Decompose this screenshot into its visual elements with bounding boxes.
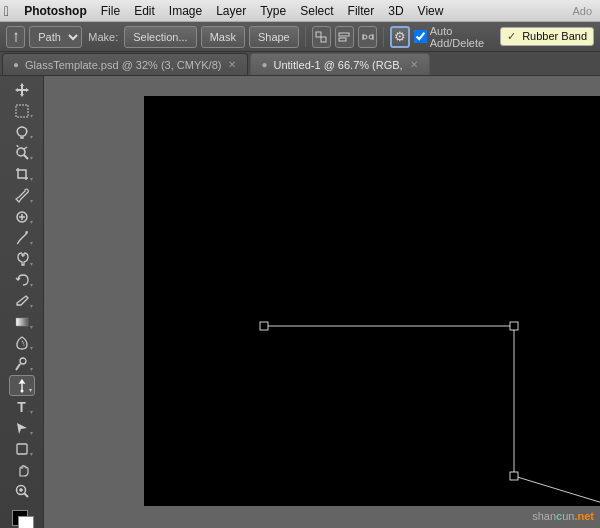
document-tabs: ● GlassTemplate.psd @ 32% (3, CMYK/8) ✕ …	[0, 52, 600, 76]
tab-untitled[interactable]: ● Untitled-1 @ 66.7% (RGB, ✕	[250, 53, 429, 75]
make-selection-button[interactable]: Selection...	[124, 26, 196, 48]
left-tool-eraser[interactable]: ▾	[9, 291, 35, 311]
left-tool-move[interactable]	[9, 80, 35, 100]
menu-3d[interactable]: 3D	[381, 2, 410, 20]
app-title-partial: Ado	[572, 5, 596, 17]
options-toolbar: Path Make: Selection... Mask Shape ⚙	[0, 22, 600, 52]
gear-settings-button[interactable]: ⚙	[390, 26, 410, 48]
tab-modified-icon: ●	[13, 59, 19, 70]
svg-rect-23	[17, 444, 27, 454]
svg-point-5	[369, 35, 373, 39]
rubber-band-tooltip: Rubber Band	[500, 27, 594, 46]
left-tool-shape[interactable]: ▾	[9, 439, 35, 459]
left-tool-type[interactable]: T ▾	[9, 397, 35, 417]
svg-rect-32	[510, 322, 518, 330]
left-toolbar: ▾ ▾ ▾ ▾	[0, 76, 44, 528]
left-tool-eyedropper[interactable]: ▾	[9, 185, 35, 205]
path-mode-select[interactable]: Path	[29, 26, 82, 48]
left-tool-brush[interactable]: ▾	[9, 228, 35, 248]
path-align-icon[interactable]	[335, 26, 354, 48]
canvas-area[interactable]: shancun.net	[44, 76, 600, 528]
svg-point-19	[20, 358, 26, 364]
svg-line-30	[514, 476, 600, 506]
svg-rect-2	[339, 33, 349, 36]
tab-glass-template[interactable]: ● GlassTemplate.psd @ 32% (3, CMYK/8) ✕	[2, 53, 248, 75]
tab-untitled-label: Untitled-1 @ 66.7% (RGB,	[274, 59, 403, 71]
left-tool-zoom[interactable]	[9, 481, 35, 501]
svg-rect-0	[316, 32, 321, 37]
left-tool-clone[interactable]: ▾	[9, 249, 35, 269]
menu-select[interactable]: Select	[293, 2, 340, 20]
pen-tool-icon[interactable]	[6, 26, 25, 48]
path-arrange-icon[interactable]	[312, 26, 331, 48]
foreground-background-colors[interactable]	[8, 506, 36, 528]
menu-image[interactable]: Image	[162, 2, 209, 20]
left-tool-blur[interactable]: ▾	[9, 333, 35, 353]
svg-point-9	[17, 148, 25, 156]
svg-rect-1	[321, 37, 326, 42]
svg-point-22	[20, 389, 23, 392]
svg-line-20	[16, 364, 20, 370]
path-distribute-icon[interactable]	[358, 26, 377, 48]
left-tool-quick-select[interactable]: ▾	[9, 143, 35, 163]
menu-filter[interactable]: Filter	[341, 2, 382, 20]
left-tool-gradient[interactable]: ▾	[9, 312, 35, 332]
svg-rect-31	[260, 322, 268, 330]
tab-modified-icon-2: ●	[261, 59, 267, 70]
left-tool-marquee[interactable]: ▾	[9, 101, 35, 121]
svg-rect-3	[339, 38, 346, 41]
apple-logo-icon[interactable]: 	[4, 3, 9, 19]
auto-add-delete-group: Auto Add/Delete	[414, 25, 496, 49]
auto-add-delete-checkbox[interactable]	[414, 30, 427, 43]
tab-close-untitled[interactable]: ✕	[409, 58, 419, 71]
left-tool-path-select[interactable]: ▾	[9, 418, 35, 438]
left-tool-pen[interactable]: ▾	[9, 375, 35, 396]
menu-file[interactable]: File	[94, 2, 127, 20]
menu-type[interactable]: Type	[253, 2, 293, 20]
left-tool-history[interactable]: ▾	[9, 270, 35, 290]
menu-view[interactable]: View	[411, 2, 451, 20]
left-tool-hand[interactable]	[9, 460, 35, 480]
menu-photoshop[interactable]: Photoshop	[17, 2, 94, 20]
watermark: shancun.net	[532, 510, 594, 522]
left-tool-lasso[interactable]: ▾	[9, 122, 35, 142]
svg-line-11	[24, 147, 27, 149]
left-tool-crop[interactable]: ▾	[9, 164, 35, 184]
toolbar-separator-2	[383, 27, 384, 47]
make-label: Make:	[88, 31, 118, 43]
document-canvas[interactable]	[144, 96, 600, 506]
svg-rect-18	[16, 318, 28, 326]
auto-add-delete-label[interactable]: Auto Add/Delete	[430, 25, 496, 49]
menu-edit[interactable]: Edit	[127, 2, 162, 20]
svg-line-25	[24, 494, 28, 498]
menu-bar:  Photoshop File Edit Image Layer Type S…	[0, 0, 600, 22]
main-content: ▾ ▾ ▾ ▾	[0, 76, 600, 528]
left-tool-dodge[interactable]: ▾	[9, 354, 35, 374]
svg-rect-33	[510, 472, 518, 480]
make-mask-button[interactable]: Mask	[201, 26, 245, 48]
svg-line-12	[17, 145, 18, 147]
svg-rect-8	[16, 105, 28, 117]
menu-layer[interactable]: Layer	[209, 2, 253, 20]
toolbar-separator-1	[305, 27, 306, 47]
svg-line-10	[24, 155, 28, 159]
svg-point-4	[363, 35, 367, 39]
tab-close-glass[interactable]: ✕	[227, 58, 237, 71]
make-shape-button[interactable]: Shape	[249, 26, 299, 48]
tab-glass-label: GlassTemplate.psd @ 32% (3, CMYK/8)	[25, 59, 221, 71]
left-tool-heal[interactable]: ▾	[9, 207, 35, 227]
path-overlay	[144, 96, 600, 506]
